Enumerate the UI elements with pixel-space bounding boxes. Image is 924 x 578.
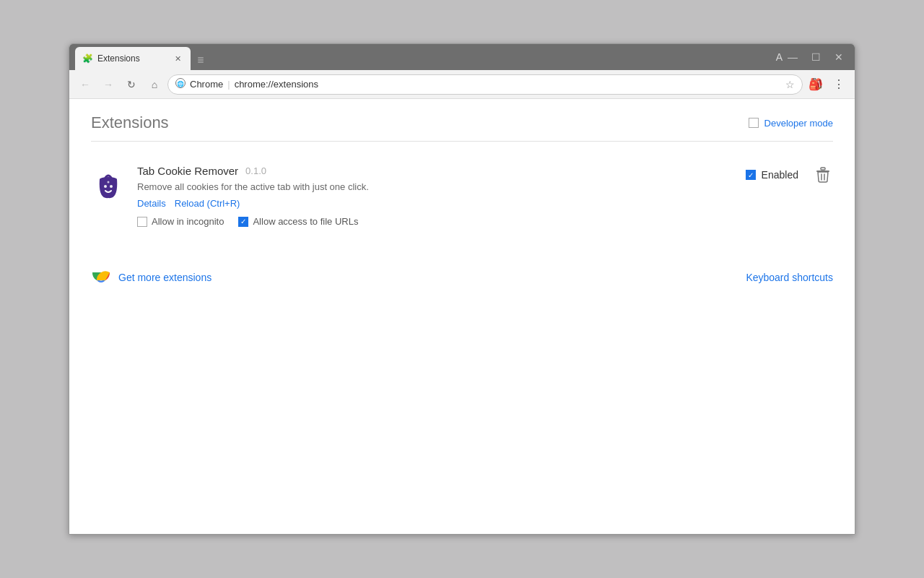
window-controls: — ☐ ✕ [783,47,849,67]
extension-bag-button[interactable]: 🎒 [806,74,826,95]
page-title: Extensions [91,113,169,132]
back-button[interactable]: ← [75,74,95,95]
tab-bar: 🧩 Extensions ✕ [75,47,211,70]
title-bar: A — ☐ ✕ 🧩 Extensions ✕ [69,44,855,70]
forward-button[interactable]: → [98,74,118,95]
svg-rect-11 [821,168,825,170]
enabled-checkbox[interactable] [746,170,756,180]
extension-description: Remove all cookies for the active tab wi… [137,181,734,192]
address-url-text: chrome://extensions [235,79,318,90]
allow-incognito-checkbox[interactable] [137,217,147,227]
nav-bar: ← → ↻ ⌂ 🌐 Chrome | chrome://extensions ☆… [69,70,855,99]
page-header: Extensions Developer mode [91,113,833,142]
svg-rect-1 [198,61,204,63]
developer-mode-checkbox[interactable] [749,118,759,128]
home-button[interactable]: ⌂ [144,74,165,95]
new-tab-button[interactable] [191,50,211,70]
extension-version: 0.1.0 [245,165,266,176]
get-more-extensions-container: Get more extensions [91,267,212,288]
extension-details-link[interactable]: Details [137,198,166,209]
bookmark-star-icon[interactable]: ☆ [785,79,795,90]
close-button[interactable]: ✕ [829,47,849,67]
reload-button[interactable]: ↻ [121,74,141,95]
developer-mode-label: Developer mode [764,118,833,129]
extension-header: Tab Cookie Remover 0.1.0 [137,165,734,177]
developer-mode-container: Developer mode [749,118,833,129]
extensions-tab[interactable]: 🧩 Extensions ✕ [75,47,191,70]
extension-links: Details Reload (Ctrl+R) [137,198,734,209]
allow-file-urls-checkbox[interactable] [238,217,248,227]
svg-text:🌐: 🌐 [177,80,184,87]
extension-options: Allow in incognito Allow access to file … [137,216,734,227]
tab-title: Extensions [97,53,167,64]
extension-name: Tab Cookie Remover [137,165,238,177]
page-content: Extensions Developer mode [69,99,855,534]
minimize-button[interactable]: — [783,47,803,67]
get-more-extensions-link[interactable]: Get more extensions [118,272,212,283]
extension-icon [91,165,126,199]
extension-controls: Enabled [746,165,833,185]
allow-incognito-label: Allow in incognito [152,216,224,227]
address-brand-name: Chrome [190,79,223,90]
svg-point-7 [104,185,107,188]
keyboard-shortcuts-link[interactable]: Keyboard shortcuts [746,272,833,283]
enabled-label: Enabled [762,169,798,181]
address-separator: | [227,79,230,90]
svg-rect-2 [198,59,204,61]
user-initial: A [776,51,783,63]
extension-details: Tab Cookie Remover 0.1.0 Remove all cook… [137,165,734,227]
svg-point-9 [108,181,110,184]
tab-favicon-icon: 🧩 [82,53,93,64]
svg-point-8 [110,185,113,188]
address-bar[interactable]: 🌐 Chrome | chrome://extensions ☆ [167,74,803,95]
extension-reload-link[interactable]: Reload (Ctrl+R) [175,198,240,209]
chrome-menu-button[interactable]: ⋮ [829,74,849,95]
extension-card: Tab Cookie Remover 0.1.0 Remove all cook… [91,153,833,238]
address-bar-security-icon: 🌐 [175,78,186,90]
page-footer: Get more extensions Keyboard shortcuts [91,260,833,288]
allow-file-urls-label: Allow access to file URLs [253,216,358,227]
chrome-logo-icon [91,267,111,288]
maximize-button[interactable]: ☐ [806,47,826,67]
tab-close-button[interactable]: ✕ [172,53,183,64]
delete-extension-button[interactable] [813,165,833,185]
browser-window: A — ☐ ✕ 🧩 Extensions ✕ ← [69,43,855,535]
svg-rect-0 [198,57,204,59]
